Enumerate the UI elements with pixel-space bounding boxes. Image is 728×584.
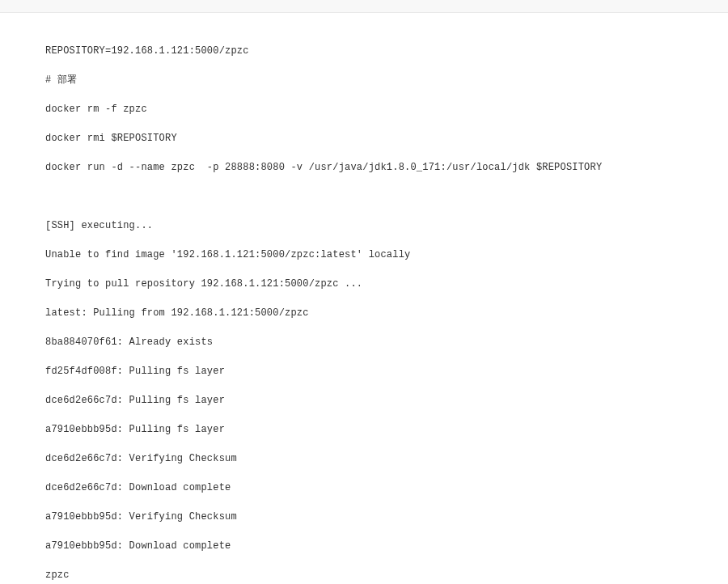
console-line: [SSH] executing... <box>45 218 728 233</box>
top-bar <box>0 0 728 13</box>
console-line: zpzc <box>45 568 728 582</box>
console-output: REPOSITORY=192.168.1.121:5000/zpzc # 部署 … <box>0 13 728 584</box>
console-line: Unable to find image '192.168.1.121:5000… <box>45 248 728 262</box>
console-line: Trying to pull repository 192.168.1.121:… <box>45 277 728 291</box>
console-line: a7910ebbb95d: Verifying Checksum <box>45 510 728 524</box>
console-line: 8ba884070f61: Already exists <box>45 335 728 349</box>
blank-line <box>45 189 728 204</box>
console-line: dce6d2e66c7d: Verifying Checksum <box>45 451 728 466</box>
console-line: fd25f4df008f: Pulling fs layer <box>45 364 728 379</box>
console-line: latest: Pulling from 192.168.1.121:5000/… <box>45 306 728 320</box>
console-line: docker rm -f zpzc <box>45 102 728 116</box>
console-line: docker rmi $REPOSITORY <box>45 131 728 146</box>
console-line: # 部署 <box>45 73 728 87</box>
console-line: dce6d2e66c7d: Download complete <box>45 480 728 495</box>
console-line: docker run -d --name zpzc -p 28888:8080 … <box>45 160 728 175</box>
console-line: dce6d2e66c7d: Pulling fs layer <box>45 393 728 408</box>
console-line: REPOSITORY=192.168.1.121:5000/zpzc <box>45 44 728 58</box>
console-line: a7910ebbb95d: Download complete <box>45 539 728 553</box>
console-line: a7910ebbb95d: Pulling fs layer <box>45 422 728 437</box>
